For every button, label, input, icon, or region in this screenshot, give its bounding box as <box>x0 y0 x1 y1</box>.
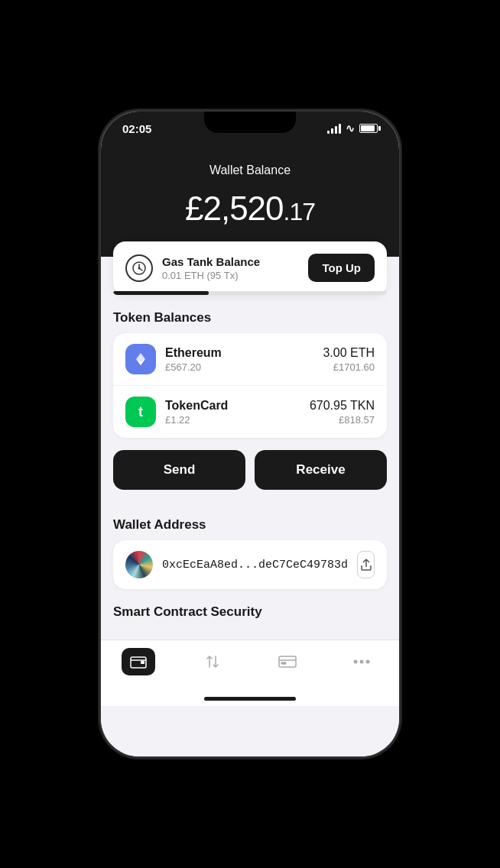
token-left-tkn: t TokenCard £1.22 <box>125 397 228 427</box>
receive-button[interactable]: Receive <box>255 450 387 490</box>
nav-card[interactable] <box>250 648 325 675</box>
tkn-amounts: 670.95 TKN £818.57 <box>310 399 375 426</box>
phone-body: 02:05 ∿ Wallet Balance £2,520.17 <box>101 112 399 756</box>
card-nav-icon <box>271 648 304 675</box>
nav-wallet[interactable] <box>101 648 176 675</box>
svg-point-12 <box>366 660 370 664</box>
wifi-icon: ∿ <box>346 122 355 134</box>
gas-tank-left: Gas Tank Balance 0.01 ETH (95 Tx) <box>125 254 260 282</box>
eth-token-info: Ethereum £567.20 <box>165 346 222 373</box>
transfer-nav-icon <box>196 648 229 675</box>
battery-icon <box>359 124 378 133</box>
eth-amount-fiat: £1701.60 <box>323 361 375 373</box>
tkn-icon: t <box>125 397 156 427</box>
svg-rect-9 <box>281 662 286 664</box>
gas-tank-title: Gas Tank Balance <box>162 255 260 268</box>
home-bar <box>204 697 296 701</box>
nav-more[interactable] <box>325 648 400 675</box>
bottom-nav <box>101 640 399 691</box>
eth-amount: 3.00 ETH <box>323 346 375 360</box>
share-button[interactable] <box>357 551 375 578</box>
top-up-button[interactable]: Top Up <box>308 254 375 282</box>
tkn-token-info: TokenCard £1.22 <box>165 399 228 426</box>
svg-point-11 <box>360 660 364 664</box>
gas-tank-info: Gas Tank Balance 0.01 ETH (95 Tx) <box>162 255 260 281</box>
eth-amounts: 3.00 ETH £1701.60 <box>323 346 375 373</box>
wallet-address-label: Wallet Address <box>101 502 399 540</box>
tkn-name: TokenCard <box>165 399 228 413</box>
nav-transfer[interactable] <box>176 648 251 675</box>
eth-icon <box>125 344 156 374</box>
gas-progress-bar <box>113 291 387 295</box>
gas-tank-card: Gas Tank Balance 0.01 ETH (95 Tx) Top Up <box>113 241 387 295</box>
wallet-balance-amount: £2,520.17 <box>116 183 384 229</box>
action-buttons: Send Receive <box>113 450 387 490</box>
signal-icon <box>327 123 341 134</box>
tkn-amount-fiat: £818.57 <box>310 414 375 426</box>
smart-contract-label: Smart Contract Security <box>101 589 399 627</box>
status-time: 02:05 <box>122 122 151 135</box>
token-row-tkn[interactable]: t TokenCard £1.22 670.95 TKN £818.57 <box>113 385 387 438</box>
svg-point-10 <box>354 660 358 664</box>
token-left-eth: Ethereum £567.20 <box>125 344 222 374</box>
header-section: Wallet Balance £2,520.17 <box>101 145 399 257</box>
balance-decimals: .17 <box>284 198 315 225</box>
wallet-nav-icon <box>122 648 155 675</box>
notch <box>204 112 296 133</box>
svg-point-3 <box>138 267 141 269</box>
token-balances-label: Token Balances <box>101 295 399 333</box>
more-nav-icon <box>345 648 378 675</box>
token-row-eth[interactable]: Ethereum £567.20 3.00 ETH £1701.60 <box>113 333 387 385</box>
gas-progress-fill <box>113 291 209 295</box>
gas-gauge-icon <box>125 254 153 282</box>
home-indicator <box>101 691 399 706</box>
wallet-address-text: 0xcEcEaA8ed...deC7CeC49783d <box>162 559 348 572</box>
gas-tank-subtitle: 0.01 ETH (95 Tx) <box>162 270 260 281</box>
balance-main: £2,520 <box>185 189 284 227</box>
wallet-address-card: 0xcEcEaA8ed...deC7CeC49783d <box>113 540 387 589</box>
phone-frame: 02:05 ∿ Wallet Balance £2,520.17 <box>0 0 500 868</box>
tkn-fiat: £1.22 <box>165 414 228 426</box>
svg-rect-8 <box>279 656 296 667</box>
send-button[interactable]: Send <box>113 450 245 490</box>
wallet-balance-label: Wallet Balance <box>116 164 384 177</box>
status-icons: ∿ <box>327 122 378 134</box>
tokens-card: Ethereum £567.20 3.00 ETH £1701.60 t <box>113 333 387 438</box>
wallet-avatar <box>125 551 153 578</box>
tkn-amount: 670.95 TKN <box>310 399 375 413</box>
svg-rect-7 <box>141 661 144 664</box>
eth-fiat: £567.20 <box>165 361 222 373</box>
screen-content: Wallet Balance £2,520.17 <box>101 145 399 756</box>
gas-tank-row: Gas Tank Balance 0.01 ETH (95 Tx) Top Up <box>125 254 375 282</box>
eth-name: Ethereum <box>165 346 222 360</box>
